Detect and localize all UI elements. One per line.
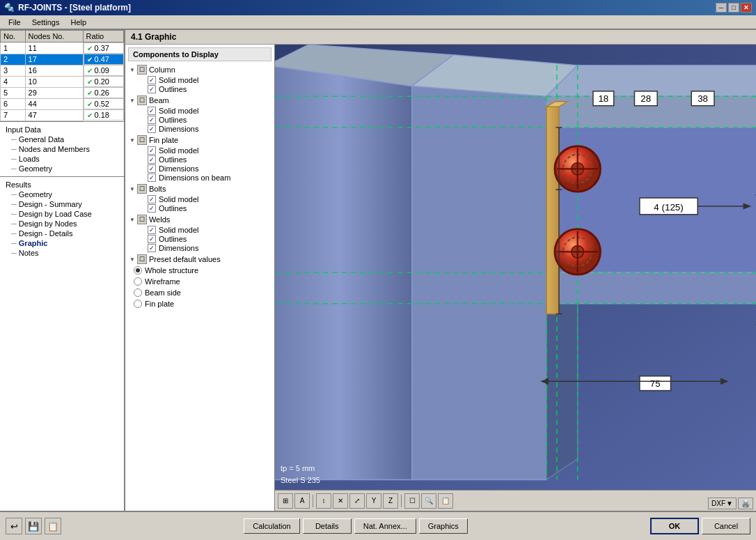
viewport-toolbar: ⊞ A ↕ ✕ ⤢ Y Z ☐ 🔍 📋 DXF bbox=[275, 490, 756, 511]
input-tree-item[interactable]: ─Loads bbox=[0, 154, 124, 164]
input-tree-item[interactable]: ─General Data bbox=[0, 134, 124, 144]
vp-btn-grid[interactable]: ⊞ bbox=[278, 493, 293, 509]
preset-radio-option[interactable]: Whole structure bbox=[128, 265, 271, 276]
graphics-button[interactable]: Graphics bbox=[419, 518, 468, 534]
table-row[interactable]: 2 17 ✔ 0.47 bbox=[1, 54, 124, 65]
results-tree-item[interactable]: ─Notes bbox=[0, 248, 124, 258]
comp-child[interactable]: Outlines bbox=[128, 155, 271, 164]
svg-rect-18 bbox=[546, 107, 559, 314]
checkbox-icon[interactable] bbox=[148, 173, 156, 182]
comp-child[interactable]: Dimensions bbox=[128, 164, 271, 173]
comp-child[interactable]: Solid model bbox=[128, 107, 271, 115]
comp-group-header[interactable]: ▼ ☐ Column bbox=[128, 64, 271, 75]
results-tree-item[interactable]: ─Design by Nodes bbox=[0, 219, 124, 229]
close-button[interactable]: ✕ bbox=[741, 3, 752, 13]
comp-group-header[interactable]: ▼ ☐ Bolts bbox=[128, 183, 271, 194]
svg-marker-4 bbox=[412, 86, 546, 479]
checkbox-icon[interactable] bbox=[148, 164, 156, 173]
results-tree-item[interactable]: ─Design - Summary bbox=[0, 199, 124, 209]
comp-child[interactable]: Outlines bbox=[128, 116, 271, 124]
vp-btn-zoom[interactable]: ⤢ bbox=[349, 493, 365, 509]
copy-icon-btn[interactable]: 📋 bbox=[45, 518, 61, 534]
vp-btn-a[interactable]: A bbox=[294, 493, 310, 509]
comp-child[interactable]: Outlines bbox=[128, 204, 271, 213]
comp-child[interactable]: Dimensions bbox=[128, 125, 271, 133]
comp-group-header[interactable]: ▼ ☐ Fin plate bbox=[128, 134, 271, 146]
checkbox-icon[interactable] bbox=[148, 195, 156, 203]
checkbox-icon[interactable] bbox=[148, 85, 156, 93]
checkbox-icon[interactable] bbox=[148, 226, 156, 234]
table-row[interactable]: 5 29 ✔ 0.26 bbox=[1, 87, 124, 98]
radio-circle[interactable] bbox=[134, 266, 142, 275]
comp-group-header[interactable]: ▼ ☐ Welds bbox=[128, 214, 271, 225]
details-button[interactable]: Details bbox=[303, 518, 352, 534]
checkbox-icon[interactable] bbox=[148, 244, 156, 252]
checkbox-icon[interactable] bbox=[148, 204, 156, 213]
checkbox-icon[interactable] bbox=[148, 146, 156, 155]
radio-circle[interactable] bbox=[134, 300, 142, 308]
comp-child[interactable]: Solid model bbox=[128, 195, 271, 203]
results-tree-item[interactable]: ─Design - Details bbox=[0, 229, 124, 238]
joint-3d-view: 18 28 38 60 4 (125) bbox=[275, 45, 756, 511]
comp-child[interactable]: Outlines bbox=[128, 85, 271, 93]
checkbox-icon[interactable] bbox=[148, 125, 156, 133]
preset-radio-option[interactable]: Fin plate bbox=[128, 298, 271, 309]
menu-settings[interactable]: Settings bbox=[26, 17, 65, 27]
checkbox-icon[interactable] bbox=[148, 235, 156, 243]
cancel-button[interactable]: Cancel bbox=[702, 518, 750, 534]
content-area: Components to Display ▼ ☐ Column Solid m… bbox=[125, 45, 756, 511]
table-row[interactable]: 6 44 ✔ 0.52 bbox=[1, 98, 124, 109]
vp-btn-search[interactable]: 🔍 bbox=[421, 493, 436, 509]
vp-btn-z[interactable]: Z bbox=[383, 493, 398, 509]
comp-child[interactable]: Solid model bbox=[128, 76, 271, 84]
input-data-title: Input Data bbox=[6, 125, 41, 134]
child-label: Outlines bbox=[159, 235, 187, 243]
dxf-button[interactable]: DXF ▼ bbox=[708, 497, 737, 509]
viewport-info: tp = 5 mm Steel S 235 bbox=[281, 463, 320, 486]
comp-child[interactable]: Dimensions bbox=[128, 244, 271, 252]
comp-child[interactable]: Dimensions on beam bbox=[128, 173, 271, 182]
radio-circle[interactable] bbox=[134, 288, 142, 297]
vp-btn-x[interactable]: ✕ bbox=[333, 493, 348, 509]
checkbox-icon[interactable] bbox=[148, 107, 156, 115]
input-tree-item[interactable]: ─Geometry bbox=[0, 164, 124, 173]
vp-btn-frame[interactable]: ☐ bbox=[404, 493, 420, 509]
ok-button[interactable]: OK bbox=[650, 518, 699, 534]
print-button[interactable]: 🖨️ bbox=[738, 497, 753, 509]
vp-btn-clipboard[interactable]: 📋 bbox=[438, 493, 453, 509]
results-tree-item[interactable]: ─Design by Load Case bbox=[0, 209, 124, 219]
group-icon: ☐ bbox=[137, 254, 147, 264]
radio-circle[interactable] bbox=[134, 277, 142, 286]
checkbox-icon[interactable] bbox=[148, 76, 156, 84]
input-tree-item[interactable]: ─Nodes and Members bbox=[0, 144, 124, 154]
nat-annex-button[interactable]: Nat. Annex... bbox=[354, 518, 416, 534]
results-tree-item[interactable]: ─Graphic bbox=[0, 238, 124, 248]
calculation-button[interactable]: Calculation bbox=[244, 518, 299, 534]
table-row[interactable]: 4 10 ✔ 0.20 bbox=[1, 76, 124, 87]
input-data-section: Input Data ─General Data─Nodes and Membe… bbox=[0, 121, 124, 176]
results-section: Results ─Geometry─Design - Summary─Desig… bbox=[0, 176, 124, 261]
preset-radio-option[interactable]: Wireframe bbox=[128, 276, 271, 287]
menu-help[interactable]: Help bbox=[65, 17, 92, 27]
results-tree-item[interactable]: ─Geometry bbox=[0, 190, 124, 199]
back-icon-btn[interactable]: ↩ bbox=[6, 518, 22, 534]
comp-child[interactable]: Outlines bbox=[128, 235, 271, 243]
minimize-button[interactable]: ─ bbox=[716, 3, 727, 13]
comp-group-header[interactable]: ▼ ☐ Beam bbox=[128, 95, 271, 106]
save-icon-btn[interactable]: 💾 bbox=[25, 518, 42, 534]
maximize-button[interactable]: □ bbox=[728, 3, 739, 13]
vp-btn-y[interactable]: Y bbox=[366, 493, 381, 509]
comp-group-header[interactable]: ▼ ☐ Preset default values bbox=[128, 254, 271, 265]
checkbox-icon[interactable] bbox=[148, 116, 156, 124]
vp-btn-move[interactable]: ↕ bbox=[316, 493, 331, 509]
table-row[interactable]: 3 16 ✔ 0.09 bbox=[1, 65, 124, 76]
comp-child[interactable]: Solid model bbox=[128, 146, 271, 155]
comp-child[interactable]: Solid model bbox=[128, 226, 271, 234]
titlebar-controls[interactable]: ─ □ ✕ bbox=[716, 3, 752, 13]
checkbox-icon[interactable] bbox=[148, 155, 156, 164]
table-row[interactable]: 7 47 ✔ 0.18 bbox=[1, 109, 124, 121]
table-row[interactable]: 1 11 ✔ 0.37 bbox=[1, 43, 124, 54]
child-label: Solid model bbox=[159, 226, 198, 234]
menu-file[interactable]: File bbox=[3, 17, 26, 27]
preset-radio-option[interactable]: Beam side bbox=[128, 287, 271, 298]
